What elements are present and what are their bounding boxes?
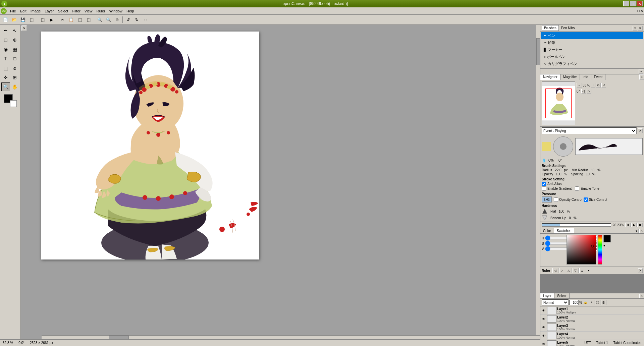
zoom-in-button[interactable]: 🔍 (96, 16, 104, 24)
zoom-in-nav-btn[interactable]: + (591, 83, 595, 88)
zoom-tool[interactable]: 🔍 (1, 82, 10, 91)
fill-tool[interactable]: ◉ (1, 45, 10, 54)
cut-button[interactable]: ✂ (58, 16, 66, 24)
brush-item-marker[interactable]: ▊ マーカー (541, 46, 643, 53)
menu-edit[interactable]: Edit (18, 8, 29, 14)
swatches-expand-btn[interactable]: ▾ (603, 244, 611, 247)
magnifier-tab[interactable]: Magnifier (560, 74, 580, 80)
info-tab[interactable]: Info (580, 74, 591, 80)
layer-add-btn[interactable]: + (589, 300, 594, 305)
color-indicator[interactable] (4, 94, 17, 107)
opacity-control-checkbox[interactable] (554, 197, 558, 202)
ruler-btn-4[interactable]: ▽ (573, 268, 579, 273)
ruler-btn-5[interactable]: ▴ (579, 268, 585, 273)
scrollbar-thumb-h[interactable] (109, 336, 129, 339)
inner-minimize-button[interactable]: − (635, 9, 637, 13)
swatches-tab[interactable]: Swatches (554, 228, 574, 233)
brush-item-pen[interactable]: ✒ ペン (541, 32, 643, 39)
color-expand-btn[interactable]: ▾ (634, 229, 639, 233)
eraser-tool[interactable]: ◻ (1, 36, 10, 44)
zoom-out-nav-btn[interactable]: − (577, 83, 582, 88)
ruler-btn-3[interactable]: △ (566, 268, 572, 273)
event-status-select[interactable]: Event - Playing (542, 127, 637, 134)
canvas-scrollbar-v[interactable] (536, 25, 540, 335)
layer-eye-layer5[interactable]: 👁 (541, 341, 546, 346)
color-gradient-box[interactable] (567, 235, 596, 265)
background-color[interactable] (10, 100, 17, 107)
menu-filter[interactable]: Filter (70, 8, 82, 14)
zoom-reset-btn[interactable]: ↺ (601, 83, 606, 88)
save-button[interactable]: 💾 (19, 16, 27, 24)
brushes-expand-btn[interactable]: ▾ (633, 26, 637, 31)
layer-opacity-input[interactable] (569, 300, 579, 305)
navigator-tab[interactable]: Navigator (540, 74, 560, 80)
copy-button[interactable]: 📋 (67, 16, 75, 24)
color-tab[interactable]: Color (540, 228, 554, 233)
play-button[interactable]: ▶ (47, 16, 55, 24)
enable-tone-checkbox[interactable] (575, 186, 579, 191)
redo-button[interactable]: ↻ (133, 16, 141, 24)
brush-scroll-down[interactable]: ▾ (639, 69, 643, 74)
scrollbar-thumb-v[interactable] (536, 38, 540, 65)
maximize-button[interactable]: □ (630, 1, 636, 6)
minimize-button[interactable]: − (623, 1, 629, 6)
layer-item-layer4[interactable]: 👁 Layer4 100% Normal (540, 332, 644, 340)
pressure-value-box[interactable]: 1.02 (542, 196, 552, 203)
text-tool[interactable]: T (1, 54, 10, 63)
new-button[interactable]: 📄 (1, 16, 9, 24)
canvas-scrollbar-h[interactable] (42, 335, 540, 339)
menu-layer[interactable]: Layer (43, 8, 56, 14)
fit-button[interactable]: ⊕ (113, 16, 121, 24)
ruler-btn-2[interactable]: ▷ (559, 268, 565, 273)
zoom-fit-btn[interactable]: ⊙ (596, 83, 601, 88)
layer-eye-layer3[interactable]: 👁 (541, 325, 546, 330)
clone-tool[interactable]: ⊕ (10, 36, 19, 44)
layer-item-layer2[interactable]: 👁 Layer2 100% Normal (540, 315, 644, 323)
history-button[interactable]: ↔ (142, 16, 150, 24)
color-close-btn[interactable]: ✕ (639, 229, 644, 233)
select-lasso-tool[interactable]: ⌀ (10, 64, 19, 72)
ruler-btn-1[interactable]: ◁ (552, 268, 558, 273)
close-button[interactable]: ✕ (637, 1, 643, 6)
layer-duplicate-btn[interactable]: ⬚ (595, 300, 600, 305)
select-rect-tool[interactable]: ⬚ (1, 64, 10, 72)
brushes-tab[interactable]: Brushes (542, 25, 559, 31)
menu-file[interactable]: File (8, 8, 18, 14)
menu-view[interactable]: View (83, 8, 95, 14)
layer-close-btn[interactable]: ✕ (639, 294, 644, 298)
open-button[interactable]: 📂 (10, 16, 18, 24)
hand-tool[interactable]: ✋ (10, 82, 19, 91)
size-control-checkbox[interactable] (584, 197, 588, 202)
layer-delete-btn[interactable]: 🗑 (601, 300, 606, 305)
layer-eye-layer2[interactable]: 👁 (541, 316, 546, 322)
enable-gradient-checkbox[interactable] (542, 186, 546, 191)
menu-image[interactable]: Image (29, 8, 43, 14)
brush-tool[interactable]: ∿ (10, 26, 19, 35)
event-color-swatch[interactable] (542, 142, 551, 151)
pen-nibs-tab[interactable]: Pen Nibs (559, 25, 577, 31)
event-eyedropper-icon[interactable]: 💧 (542, 158, 546, 163)
layer-item-layer3[interactable]: 👁 Layer3 100% Normal (540, 323, 644, 332)
brush-item-ballpen[interactable]: ○ ボールペン (541, 53, 643, 60)
progress-play-btn[interactable]: ▶ (631, 223, 637, 227)
gradient-tool[interactable]: ▦ (10, 45, 19, 54)
rot-left-btn[interactable]: ◁ (581, 89, 586, 94)
layer-eye-layer1[interactable]: 👁 (541, 308, 546, 313)
brushes-close-btn[interactable]: ✕ (638, 26, 643, 31)
transform1-button[interactable]: ⬚ (76, 16, 84, 24)
menu-ruler[interactable]: Ruler (95, 8, 107, 14)
color-picker-area[interactable] (567, 235, 597, 265)
undo-button[interactable]: ↺ (124, 16, 132, 24)
ruler-close-btn[interactable]: ✕ (638, 268, 643, 273)
zoom-out-button[interactable]: 🔍 (104, 16, 112, 24)
ruler-btn-6[interactable]: ▾ (586, 268, 592, 273)
brush-item-calligraphy[interactable]: ∿ カリグラフィペン (541, 60, 643, 67)
hue-strip[interactable] (598, 235, 602, 265)
layer-eye-layer4[interactable]: 👁 (541, 333, 546, 338)
shape-tool[interactable]: □ (10, 54, 19, 63)
crop-tool[interactable]: ⊞ (10, 73, 19, 82)
progress-stop-btn[interactable]: ■ (637, 223, 643, 227)
select-tab[interactable]: Select (554, 293, 570, 298)
current-color-swatch[interactable] (603, 235, 611, 242)
save-small-button[interactable]: ⬚ (28, 16, 36, 24)
